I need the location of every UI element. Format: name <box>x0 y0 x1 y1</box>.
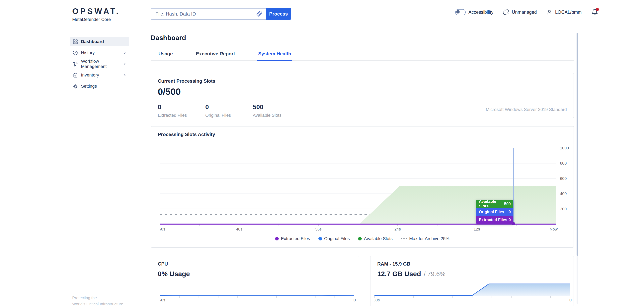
legend-dot-icon <box>358 237 362 240</box>
sidebar-nav: Dashboard History Workflow Management <box>70 37 129 93</box>
search-input[interactable] <box>151 8 266 20</box>
legend-extracted-files[interactable]: Extracted Files <box>275 236 310 241</box>
svg-text:Now: Now <box>550 227 558 231</box>
legend-dot-icon <box>275 237 279 240</box>
legend-label: Extracted Files <box>281 236 310 241</box>
svg-text:60s: 60s <box>160 298 165 302</box>
page-scrollbar-thumb[interactable] <box>576 33 578 256</box>
chevron-right-icon <box>123 62 127 66</box>
stat-original-files: 0 Original Files <box>205 103 253 118</box>
sidebar-item-label: Inventory <box>81 73 99 78</box>
svg-text:1000: 1000 <box>560 146 569 150</box>
tooltip-row-original-files: Original Files 0 <box>476 208 513 216</box>
stat-value: 500 <box>253 103 300 111</box>
svg-text:12s: 12s <box>474 227 480 231</box>
paperclip-icon[interactable] <box>256 11 262 17</box>
slots-headline: 0/500 <box>158 86 567 97</box>
cpu-card: CPU 0% Usage 60s0 <box>151 256 359 306</box>
chart-tooltip: Available Slots 500 Original Files 0 Ext… <box>476 200 513 224</box>
dashed-line-icon <box>401 238 407 239</box>
dashboard-tabs: Usage Executive Report System Health <box>151 51 574 61</box>
legend-available-slots[interactable]: Available Slots <box>358 236 392 241</box>
stat-label: Extracted Files <box>158 113 205 118</box>
inventory-clipboard-icon <box>72 73 78 78</box>
sidebar-item-label: Settings <box>81 84 97 89</box>
cpu-card-title: CPU <box>158 261 352 267</box>
tooltip-value: 500 <box>504 202 511 206</box>
tooltip-row-extracted-files: Extracted Files 0 <box>476 216 513 224</box>
sidebar-item-workflow-management[interactable]: Workflow Management <box>70 59 129 69</box>
history-clock-icon <box>72 50 78 56</box>
os-label: Microsoft Windows Server 2019 Standard <box>486 107 567 112</box>
stat-label: Original Files <box>205 113 253 118</box>
legend-original-files[interactable]: Original Files <box>318 236 350 241</box>
legend-dot-icon <box>318 237 322 240</box>
sidebar-item-settings[interactable]: Settings <box>70 82 129 91</box>
process-button[interactable]: Process <box>266 8 291 20</box>
unmanaged-label: Unmanaged <box>512 9 537 15</box>
notification-badge <box>596 8 599 11</box>
stat-label: Available Slots <box>253 113 300 118</box>
sidebar-item-dashboard[interactable]: Dashboard <box>70 37 129 46</box>
svg-text:48s: 48s <box>236 227 242 231</box>
processing-slots-activity-card: Processing Slots Activity 20040060080010… <box>151 126 574 248</box>
tooltip-value: 0 <box>508 218 511 222</box>
settings-gear-icon <box>72 84 78 89</box>
cpu-chart[interactable]: 60s0 <box>160 272 360 306</box>
page-title: Dashboard <box>151 33 574 42</box>
legend-label: Available Slots <box>364 236 392 241</box>
chevron-right-icon <box>123 73 127 77</box>
app-root: OPSWAT. MetaDefender Core Process Access… <box>0 0 644 306</box>
stat-available-slots: 500 Available Slots <box>253 103 300 118</box>
user-label: LOCAL/pmm <box>555 9 582 15</box>
legend-max-for-archive[interactable]: Max for Archive 25% <box>401 236 450 241</box>
logo-subtitle: MetaDefender Core <box>72 17 120 22</box>
tab-executive-report[interactable]: Executive Report <box>195 51 236 61</box>
ram-chart[interactable]: 60s0 <box>374 272 576 306</box>
sidebar-item-label: History <box>81 50 94 55</box>
slots-card-title: Current Processing Slots <box>158 78 567 84</box>
tooltip-value: 0 <box>508 210 511 214</box>
svg-text:36s: 36s <box>315 227 322 231</box>
stat-value: 0 <box>205 103 253 111</box>
dashboard-grid-icon <box>72 39 78 44</box>
tooltip-label: Original Files <box>479 210 504 214</box>
sidebar-item-history[interactable]: History <box>70 48 129 57</box>
broken-link-icon <box>503 9 509 15</box>
tooltip-label: Available Slots <box>479 200 504 208</box>
brand-tagline: Protecting the World's Critical Infrastr… <box>72 295 123 306</box>
main-content: Dashboard Usage Executive Report System … <box>151 33 574 306</box>
svg-text:800: 800 <box>560 161 566 165</box>
ram-card: RAM - 15.9 GB 12.7 GB Used/ 79.6% 60s0 <box>370 256 574 306</box>
legend-label: Original Files <box>324 236 350 241</box>
workflow-nodes-icon <box>72 61 78 67</box>
sidebar-item-inventory[interactable]: Inventory <box>70 71 129 80</box>
chevron-right-icon <box>123 51 127 55</box>
page-scrollbar-track[interactable] <box>576 33 578 304</box>
svg-text:600: 600 <box>560 176 566 181</box>
svg-text:0: 0 <box>354 298 356 302</box>
svg-text:24s: 24s <box>394 227 401 231</box>
sidebar-item-label: Workflow Management <box>81 59 123 69</box>
accessibility-toggle[interactable] <box>455 9 466 15</box>
header-controls: Accessibility Unmanaged LOCAL/pmm <box>455 9 598 15</box>
svg-text:60s: 60s <box>160 227 165 231</box>
user-icon <box>546 9 552 15</box>
stat-extracted-files: 0 Extracted Files <box>158 103 205 118</box>
stat-value: 0 <box>158 103 205 111</box>
svg-text:400: 400 <box>560 191 566 196</box>
tab-usage[interactable]: Usage <box>158 51 174 61</box>
svg-text:200: 200 <box>560 207 566 211</box>
unmanaged-status[interactable]: Unmanaged <box>503 9 537 15</box>
svg-text:60s: 60s <box>374 298 380 302</box>
tab-system-health[interactable]: System Health <box>257 51 292 61</box>
opswat-logo[interactable]: OPSWAT. MetaDefender Core <box>72 7 120 22</box>
notifications-button[interactable] <box>591 9 598 15</box>
metrics-row: CPU 0% Usage 60s0 RAM - 15.9 GB 12.7 GB … <box>151 256 574 306</box>
user-menu[interactable]: LOCAL/pmm <box>546 9 582 15</box>
chart-legend: Extracted Files Original Files Available… <box>151 236 574 241</box>
search-box <box>151 8 266 20</box>
process-search-group: Process <box>151 8 291 20</box>
ram-card-title: RAM - 15.9 GB <box>377 261 567 267</box>
toggle-knob <box>456 10 460 13</box>
